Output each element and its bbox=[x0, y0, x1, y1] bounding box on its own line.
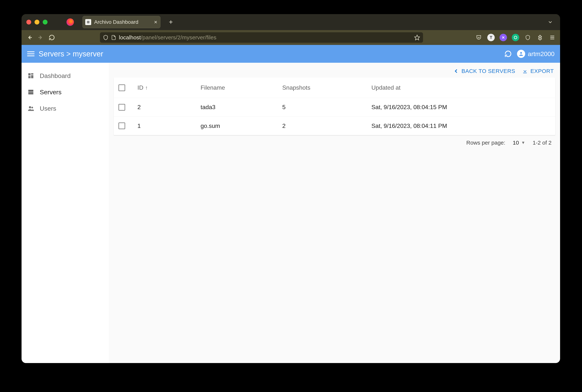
svg-rect-10 bbox=[31, 73, 34, 75]
svg-point-8 bbox=[520, 52, 522, 54]
users-icon bbox=[27, 105, 35, 112]
url-bar[interactable]: localhost/panel/servers/2/myserver/files bbox=[100, 32, 423, 43]
sidebar-item-servers[interactable]: Servers bbox=[22, 84, 109, 100]
tabs-list-chevron-icon[interactable] bbox=[544, 18, 557, 26]
rows-per-page-label: Rows per page: bbox=[466, 140, 505, 146]
window-controls bbox=[26, 20, 48, 24]
extension-purple-icon[interactable] bbox=[499, 34, 507, 41]
app-header: Servers > myserver artm2000 bbox=[22, 45, 560, 63]
tab-strip: Archivo Dashboard × + bbox=[22, 14, 560, 30]
maximize-window-button[interactable] bbox=[43, 20, 48, 24]
back-button[interactable] bbox=[26, 34, 34, 42]
sort-ascending-icon: ↑ bbox=[145, 85, 148, 91]
sidebar-item-label: Servers bbox=[40, 88, 62, 96]
svg-point-17 bbox=[31, 107, 33, 108]
svg-rect-9 bbox=[29, 73, 31, 76]
row-checkbox[interactable] bbox=[119, 122, 125, 129]
cell-id: 1 bbox=[137, 122, 201, 129]
app-body: Dashboard Servers Users bbox=[22, 63, 560, 363]
new-tab-button[interactable]: + bbox=[167, 18, 175, 26]
close-tab-button[interactable]: × bbox=[154, 19, 157, 25]
pagination-range: 1-2 of 2 bbox=[532, 140, 551, 146]
main-content: BACK TO SERVERS EXPORT ID ↑ Filen bbox=[109, 63, 560, 363]
sidebar-item-label: Dashboard bbox=[40, 72, 71, 80]
cell-updated-at: Sat, 9/16/2023, 08:04:15 PM bbox=[371, 104, 552, 110]
refresh-button[interactable] bbox=[504, 50, 512, 58]
row-checkbox[interactable] bbox=[119, 104, 125, 110]
toolbar: localhost/panel/servers/2/myserver/files… bbox=[22, 30, 560, 45]
files-table: ID ↑ Filename Snapshots Updated at 2 tad… bbox=[114, 78, 555, 135]
reload-button[interactable] bbox=[48, 34, 56, 42]
tab-favicon bbox=[85, 19, 91, 25]
actions-row: BACK TO SERVERS EXPORT bbox=[114, 67, 555, 78]
user-menu[interactable]: artm2000 bbox=[517, 50, 554, 58]
extension-t-icon[interactable]: T bbox=[487, 34, 495, 41]
column-header-id[interactable]: ID ↑ bbox=[137, 84, 201, 91]
extension-shield-icon[interactable] bbox=[524, 34, 531, 41]
cell-snapshots: 5 bbox=[282, 104, 371, 110]
toolbar-right: T bbox=[475, 34, 556, 41]
sidebar: Dashboard Servers Users bbox=[22, 63, 109, 363]
cell-updated-at: Sat, 9/16/2023, 08:04:11 PM bbox=[371, 122, 552, 129]
svg-rect-13 bbox=[29, 90, 34, 91]
back-to-servers-button[interactable]: BACK TO SERVERS bbox=[453, 68, 515, 74]
servers-icon bbox=[27, 88, 35, 96]
svg-rect-11 bbox=[31, 75, 34, 78]
browser-tab[interactable]: Archivo Dashboard × bbox=[83, 16, 161, 28]
svg-point-16 bbox=[29, 106, 31, 108]
svg-rect-15 bbox=[29, 93, 34, 94]
site-info-icon[interactable] bbox=[111, 35, 116, 40]
svg-rect-12 bbox=[29, 76, 31, 78]
tab-title: Archivo Dashboard bbox=[94, 19, 138, 25]
menu-toggle-button[interactable] bbox=[27, 52, 35, 56]
column-header-updated-at[interactable]: Updated at bbox=[371, 84, 552, 91]
dashboard-icon bbox=[27, 72, 35, 80]
cell-id: 2 bbox=[137, 104, 201, 110]
table-row[interactable]: 2 tada3 5 Sat, 9/16/2023, 08:04:15 PM bbox=[114, 98, 555, 116]
cell-filename: tada3 bbox=[201, 104, 282, 110]
sidebar-item-label: Users bbox=[40, 105, 56, 112]
table-row[interactable]: 1 go.sum 2 Sat, 9/16/2023, 08:04:11 PM bbox=[114, 116, 555, 135]
sidebar-item-users[interactable]: Users bbox=[22, 100, 109, 116]
export-button[interactable]: EXPORT bbox=[522, 68, 554, 74]
select-all-checkbox[interactable] bbox=[119, 84, 125, 91]
extensions-puzzle-icon[interactable] bbox=[536, 34, 544, 41]
breadcrumb: Servers > myserver bbox=[39, 50, 103, 58]
close-window-button[interactable] bbox=[26, 20, 31, 24]
column-header-snapshots[interactable]: Snapshots bbox=[282, 84, 371, 91]
rows-per-page-select[interactable]: 10 ▼ bbox=[513, 140, 525, 146]
svg-point-4 bbox=[514, 36, 517, 39]
svg-rect-14 bbox=[29, 92, 34, 92]
tracking-shield-icon[interactable] bbox=[103, 35, 109, 40]
browser-window: Archivo Dashboard × + bbox=[22, 14, 560, 363]
app-menu-icon[interactable] bbox=[548, 34, 556, 41]
svg-rect-0 bbox=[87, 21, 89, 23]
avatar-icon bbox=[517, 50, 525, 58]
table-header-row: ID ↑ Filename Snapshots Updated at bbox=[114, 78, 555, 98]
url-text: localhost/panel/servers/2/myserver/files bbox=[119, 34, 414, 41]
sidebar-item-dashboard[interactable]: Dashboard bbox=[22, 68, 109, 84]
firefox-icon bbox=[67, 18, 74, 26]
pagination: Rows per page: 10 ▼ 1-2 of 2 bbox=[114, 135, 555, 146]
forward-button[interactable] bbox=[37, 34, 45, 42]
cell-snapshots: 2 bbox=[282, 122, 371, 129]
bookmark-star-icon[interactable] bbox=[414, 34, 420, 40]
svg-marker-3 bbox=[415, 35, 420, 40]
username: artm2000 bbox=[528, 50, 554, 58]
chevron-down-icon: ▼ bbox=[521, 140, 525, 145]
cell-filename: go.sum bbox=[201, 122, 282, 129]
pocket-icon[interactable] bbox=[475, 34, 482, 41]
minimize-window-button[interactable] bbox=[35, 20, 39, 24]
column-header-filename[interactable]: Filename bbox=[201, 84, 282, 91]
extension-green-icon[interactable] bbox=[512, 34, 519, 41]
